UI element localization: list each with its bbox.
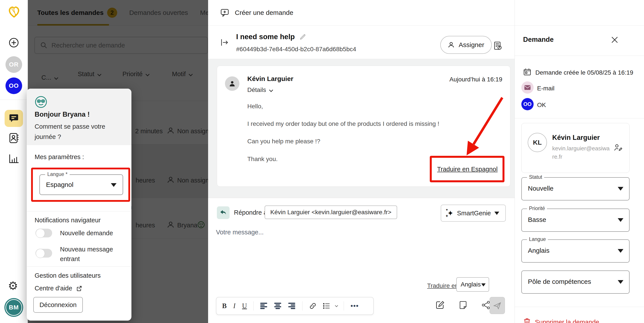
toolbar-divider bbox=[254, 301, 254, 311]
bold-button[interactable]: B bbox=[222, 302, 227, 310]
greeting-title: Bonjour Bryana ! bbox=[34, 110, 90, 118]
dropdown-caret-icon bbox=[618, 218, 624, 222]
details-header: Demande bbox=[515, 25, 644, 56]
workspace-avatar-or[interactable]: OR bbox=[6, 56, 22, 73]
translate-reply-link[interactable]: Traduire en bbox=[427, 282, 458, 289]
recipient-chip[interactable]: Kévin Larguier <kevin.larguier@easiware.… bbox=[264, 206, 397, 219]
user-management-link[interactable]: Gestion des utilisateurs bbox=[34, 272, 100, 279]
italic-button[interactable]: I bbox=[233, 302, 236, 310]
language-select-label: Langue * bbox=[45, 171, 70, 177]
toggle-new-incoming-message[interactable] bbox=[36, 249, 52, 258]
add-icon[interactable] bbox=[9, 38, 19, 48]
notifications-section-title: Notifications navigateur bbox=[34, 217, 100, 224]
align-right-icon[interactable] bbox=[288, 303, 296, 309]
ticket-title: I need some help bbox=[236, 33, 295, 41]
close-icon[interactable] bbox=[610, 36, 619, 44]
message-input-placeholder[interactable]: Votre message... bbox=[216, 229, 264, 236]
contacts-book-icon bbox=[8, 132, 20, 144]
person-icon bbox=[228, 80, 236, 87]
menu-divider bbox=[27, 266, 132, 267]
contact-avatar: KL bbox=[528, 133, 547, 152]
contact-name: Kévin Larguier bbox=[552, 134, 600, 142]
collapse-panel-icon[interactable] bbox=[220, 38, 229, 47]
assign-person-icon bbox=[448, 41, 455, 48]
language-select[interactable]: Langue Anglais bbox=[521, 239, 630, 263]
dropdown-caret-icon bbox=[618, 280, 624, 284]
edit-title-pencil-icon[interactable] bbox=[300, 33, 306, 40]
menu-divider bbox=[27, 211, 132, 211]
created-date-text: Demande créée le 05/08/25 à 16:19 bbox=[535, 69, 633, 76]
more-options-button[interactable]: ••• bbox=[350, 302, 359, 310]
list-format-button[interactable] bbox=[323, 303, 337, 309]
underline-button[interactable]: U bbox=[242, 302, 247, 310]
ticket-summary-icon[interactable] bbox=[493, 41, 503, 51]
chevron-down-icon bbox=[269, 88, 273, 92]
details-divider bbox=[515, 307, 644, 307]
align-center-icon[interactable] bbox=[274, 303, 282, 309]
edit-contact-icon[interactable] bbox=[614, 143, 623, 153]
contacts-nav[interactable] bbox=[8, 132, 20, 144]
toolbar-divider bbox=[302, 301, 302, 311]
left-rail: OR OO ⚙ bbox=[0, 0, 28, 323]
smartgenie-button[interactable]: ✦✦✦ SmartGenie bbox=[441, 205, 506, 222]
contact-card[interactable]: KL Kévin Larguier kevin.larguier@easiwar… bbox=[521, 123, 630, 173]
dropdown-caret-icon bbox=[111, 183, 116, 187]
details-top-strip bbox=[515, 0, 644, 25]
delete-request-button[interactable]: Supprimer la demande bbox=[523, 318, 599, 323]
priority-select[interactable]: Priorité Basse bbox=[521, 209, 630, 232]
logout-button[interactable]: Déconnexion bbox=[33, 297, 83, 313]
chat-bubble-icon bbox=[9, 114, 19, 123]
sparkles-icon: ✦✦✦ bbox=[447, 209, 454, 218]
dropdown-caret-icon bbox=[618, 187, 624, 191]
language-select[interactable]: Langue * Espagnol bbox=[40, 174, 123, 195]
reply-to-label: Répondre à bbox=[234, 209, 267, 216]
translate-message-link[interactable]: Traduire en Espagnol bbox=[430, 156, 505, 183]
ticket-detail-panel: Créer une demande I need some help #6044… bbox=[208, 0, 514, 323]
request-details-panel: Demande Demande créée le 05/08/25 à 16:1… bbox=[514, 0, 644, 323]
details-title: Demande bbox=[523, 36, 554, 43]
send-button[interactable] bbox=[490, 297, 505, 314]
link-icon[interactable] bbox=[309, 302, 316, 310]
statistics-nav[interactable] bbox=[8, 153, 20, 165]
user-menu-popup: Bonjour Bryana ! Comment se passe votre … bbox=[27, 89, 132, 321]
dropdown-caret-icon bbox=[494, 212, 499, 215]
channel-badge bbox=[521, 81, 534, 94]
settings-gear-icon[interactable]: ⚙ bbox=[8, 280, 18, 292]
message-line: Can you help me please !? bbox=[247, 138, 320, 145]
help-center-link[interactable]: Centre d'aide bbox=[34, 285, 82, 292]
reply-icon-badge bbox=[217, 206, 230, 219]
toggle-new-request-label: Nouvelle demande bbox=[60, 228, 113, 238]
contact-email: kevin.larguier@easiware.fr bbox=[552, 144, 610, 161]
org-badge: OO bbox=[521, 98, 534, 110]
create-request-icon[interactable] bbox=[220, 8, 230, 17]
compose-note-icon[interactable] bbox=[435, 300, 445, 310]
message-line: Hello, bbox=[247, 103, 263, 110]
external-link-icon bbox=[76, 285, 82, 292]
toolbar-divider bbox=[344, 301, 344, 311]
share-icon[interactable] bbox=[482, 301, 491, 310]
greeting-question: Comment se passe votre journée ? bbox=[34, 121, 122, 142]
skills-select[interactable]: Pôle de compétences bbox=[521, 271, 630, 294]
workspace-avatar-oo[interactable]: OO bbox=[6, 77, 22, 94]
translate-language-select[interactable]: Anglais bbox=[456, 277, 489, 292]
dropdown-caret-icon bbox=[481, 283, 486, 287]
user-avatar-bm[interactable]: BM bbox=[4, 298, 23, 317]
align-left-icon[interactable] bbox=[260, 303, 268, 309]
status-select[interactable]: Statut Nouvelle bbox=[521, 177, 630, 200]
bar-chart-icon bbox=[8, 153, 20, 165]
trash-icon bbox=[523, 318, 531, 323]
message-line: Thank you. bbox=[247, 156, 278, 163]
message-line: I received my order today but one of the… bbox=[247, 120, 439, 127]
create-request-label[interactable]: Créer une demande bbox=[235, 9, 293, 16]
toggle-new-request[interactable] bbox=[36, 229, 52, 237]
brand-heart-logo[interactable] bbox=[6, 4, 22, 20]
note-page-icon[interactable] bbox=[458, 301, 468, 310]
dropdown-caret-icon bbox=[618, 249, 624, 253]
message-details-toggle[interactable]: Détails bbox=[247, 86, 272, 93]
ticket-header: I need some help #60449b3d-7e84-450d-b2c… bbox=[208, 25, 514, 59]
customer-message-card: Kévin Larguier Détails Aujourd’hui à 16:… bbox=[217, 66, 510, 187]
conversations-nav-active[interactable] bbox=[4, 110, 23, 127]
details-divider bbox=[515, 118, 644, 118]
smiley-glasses-icon bbox=[34, 96, 47, 108]
assign-button[interactable]: Assigner bbox=[440, 36, 492, 54]
